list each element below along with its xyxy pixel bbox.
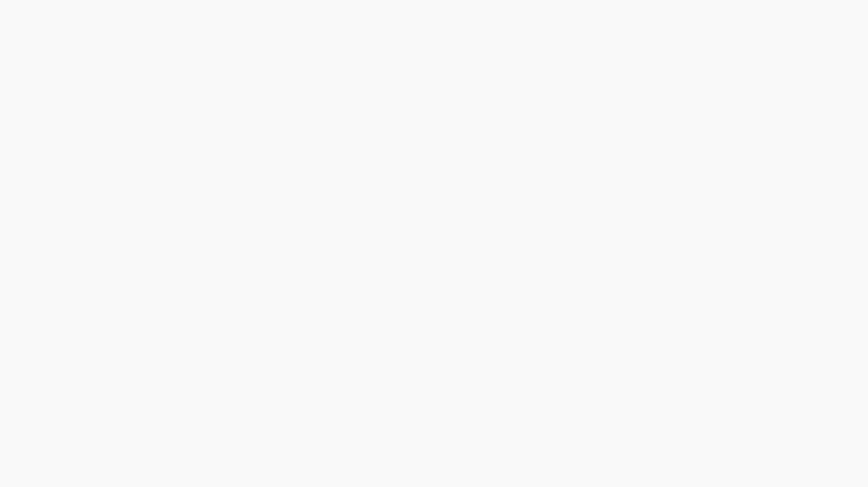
org-chart [0,0,868,487]
connectors-svg [0,0,868,487]
